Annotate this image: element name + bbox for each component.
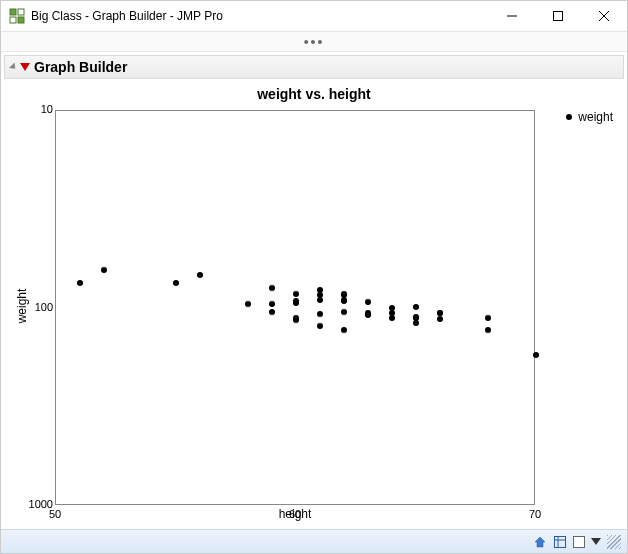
section-title: Graph Builder bbox=[34, 59, 127, 75]
data-point[interactable] bbox=[341, 309, 347, 315]
data-point[interactable] bbox=[317, 297, 323, 303]
maximize-button[interactable] bbox=[535, 1, 581, 31]
data-point[interactable] bbox=[245, 301, 251, 307]
chart-area: weight vs. height weight height weight 1… bbox=[5, 82, 623, 529]
overflow-dots-icon: ••• bbox=[304, 34, 325, 50]
x-tick-label: 60 bbox=[280, 508, 310, 520]
toolbar-overflow[interactable]: ••• bbox=[1, 32, 627, 52]
data-point[interactable] bbox=[533, 352, 539, 358]
data-point[interactable] bbox=[389, 315, 395, 321]
data-point[interactable] bbox=[485, 315, 491, 321]
resize-grip-icon[interactable] bbox=[607, 535, 621, 549]
data-point[interactable] bbox=[413, 304, 419, 310]
data-point[interactable] bbox=[485, 327, 491, 333]
x-tick-label: 50 bbox=[40, 508, 70, 520]
legend[interactable]: weight bbox=[566, 110, 613, 124]
svg-rect-5 bbox=[554, 12, 563, 21]
svg-rect-8 bbox=[555, 536, 566, 547]
data-point[interactable] bbox=[269, 285, 275, 291]
window-controls bbox=[489, 1, 627, 31]
data-point[interactable] bbox=[77, 280, 83, 286]
x-tick-label: 70 bbox=[520, 508, 550, 520]
svg-rect-0 bbox=[10, 9, 16, 15]
data-point[interactable] bbox=[341, 327, 347, 333]
data-point[interactable] bbox=[365, 299, 371, 305]
svg-rect-3 bbox=[18, 17, 24, 23]
layout-icon[interactable] bbox=[553, 535, 567, 549]
data-point[interactable] bbox=[101, 267, 107, 273]
data-point[interactable] bbox=[365, 312, 371, 318]
selection-mode-button[interactable] bbox=[573, 536, 585, 548]
data-point[interactable] bbox=[341, 298, 347, 304]
legend-label: weight bbox=[578, 110, 613, 124]
plot-region[interactable] bbox=[55, 110, 535, 505]
data-point[interactable] bbox=[293, 291, 299, 297]
app-icon bbox=[9, 8, 25, 24]
chart-title: weight vs. height bbox=[5, 82, 623, 104]
data-point[interactable] bbox=[293, 300, 299, 306]
data-point[interactable] bbox=[269, 309, 275, 315]
y-tick-label: 100 bbox=[13, 301, 53, 313]
close-button[interactable] bbox=[581, 1, 627, 31]
data-point[interactable] bbox=[317, 323, 323, 329]
data-point[interactable] bbox=[437, 316, 443, 322]
data-point[interactable] bbox=[293, 317, 299, 323]
section-header: Graph Builder bbox=[4, 55, 624, 79]
data-point[interactable] bbox=[413, 320, 419, 326]
home-icon[interactable] bbox=[533, 535, 547, 549]
data-point[interactable] bbox=[197, 272, 203, 278]
minimize-button[interactable] bbox=[489, 1, 535, 31]
data-point[interactable] bbox=[317, 311, 323, 317]
window-title: Big Class - Graph Builder - JMP Pro bbox=[31, 9, 489, 23]
disclosure-triangle-icon[interactable] bbox=[9, 62, 18, 71]
svg-rect-1 bbox=[18, 9, 24, 15]
titlebar: Big Class - Graph Builder - JMP Pro bbox=[1, 1, 627, 32]
y-tick-label: 10 bbox=[13, 103, 53, 115]
dropdown-triangle-icon[interactable] bbox=[591, 538, 601, 545]
legend-marker-icon bbox=[566, 114, 572, 120]
hotspot-menu-icon[interactable] bbox=[20, 63, 30, 71]
statusbar bbox=[1, 529, 627, 553]
data-point[interactable] bbox=[269, 301, 275, 307]
data-point[interactable] bbox=[173, 280, 179, 286]
svg-rect-2 bbox=[10, 17, 16, 23]
